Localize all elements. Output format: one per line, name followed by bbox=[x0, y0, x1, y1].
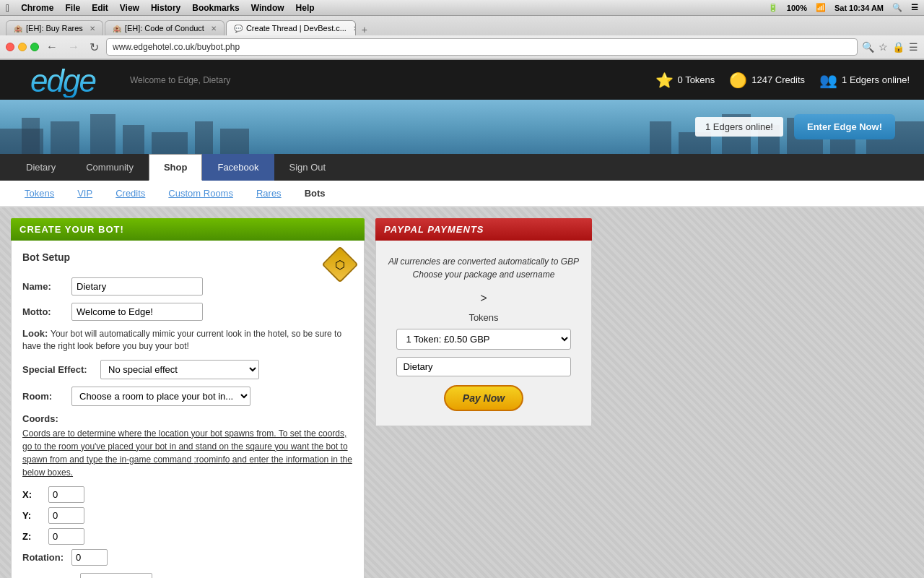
browser-tab-2[interactable]: 🏨 [EH]: Code of Conduct ✕ bbox=[105, 20, 225, 35]
svg-rect-5 bbox=[123, 125, 144, 154]
browser-chrome: 🏨 [EH]: Buy Rares ✕ 🏨 [EH]: Code of Cond… bbox=[0, 16, 924, 60]
subnav-bots[interactable]: Bots bbox=[295, 185, 336, 202]
tab-close-2[interactable]: ✕ bbox=[211, 25, 217, 33]
shield-icon[interactable]: 🔒 bbox=[892, 41, 905, 53]
browser-tab-1[interactable]: 🏨 [EH]: Buy Rares ✕ bbox=[6, 20, 103, 35]
rotation-input[interactable] bbox=[71, 549, 108, 566]
paypal-package-select[interactable]: 1 Token: £0.50 GBP bbox=[396, 329, 570, 350]
subnav-rares[interactable]: Rares bbox=[246, 185, 292, 202]
url-text: www.edgehotel.co.uk/buybot.php bbox=[113, 42, 851, 52]
maximize-button[interactable] bbox=[30, 43, 39, 51]
enter-now-button[interactable]: Enter Edge Now! bbox=[794, 114, 895, 139]
x-label: X: bbox=[22, 489, 44, 500]
online-stat: 👥 1 Edgers online! bbox=[819, 72, 910, 89]
z-input[interactable] bbox=[48, 528, 84, 545]
coords-desc: Coords are to determine where the locati… bbox=[22, 427, 353, 479]
name-row: Name: bbox=[22, 277, 353, 296]
tokens-stat: ⭐ 0 Tokens bbox=[655, 72, 715, 89]
tab-favicon-1: 🏨 bbox=[14, 25, 22, 33]
special-effect-select[interactable]: No special effect bbox=[100, 360, 259, 379]
hero-actions: 1 Edgers online! Enter Edge Now! bbox=[695, 114, 924, 139]
walk-mode-select[interactable]: Freeroam bbox=[80, 573, 152, 578]
site-header: edge Welcome to Edge, Dietary ⭐ 0 Tokens… bbox=[0, 60, 924, 100]
special-effect-row: Special Effect: No special effect bbox=[22, 360, 353, 379]
room-select[interactable]: Choose a room to place your bot in... bbox=[71, 387, 250, 406]
header-right: ⭐ 0 Tokens 🟡 1247 Credits 👥 1 Edgers onl… bbox=[655, 72, 910, 89]
subnav-custom-rooms[interactable]: Custom Rooms bbox=[158, 185, 243, 202]
tab-label-1: [EH]: Buy Rares bbox=[26, 24, 83, 33]
bot-panel-header: CREATE YOUR BOT! bbox=[11, 218, 365, 241]
star-icon[interactable]: ☆ bbox=[879, 41, 888, 53]
hero-banner: 1 Edgers online! Enter Edge Now! bbox=[0, 100, 924, 154]
menu-view[interactable]: View bbox=[120, 3, 139, 13]
menu-help[interactable]: Help bbox=[296, 3, 315, 13]
room-label: Room: bbox=[22, 391, 66, 402]
paypal-panel: PAYPAL PAYMENTS All currencies are conve… bbox=[375, 218, 592, 578]
paypal-desc-line1: All currencies are converted automatical… bbox=[387, 255, 580, 268]
look-section: Look: Your bot will automatically mimic … bbox=[22, 328, 353, 353]
tab-favicon-2: 🏨 bbox=[113, 25, 121, 33]
site-logo-container: edge bbox=[14, 56, 123, 105]
bot-setup-title: Bot Setup bbox=[22, 251, 327, 263]
traffic-lights bbox=[6, 43, 39, 51]
nav-facebook[interactable]: Facebook bbox=[202, 154, 274, 181]
back-button[interactable]: ← bbox=[43, 39, 61, 55]
walk-mode-row: Walk Mode: Freeroam bbox=[22, 573, 353, 578]
special-effect-label: Special Effect: bbox=[22, 364, 95, 375]
tokens-icon: ⭐ bbox=[655, 72, 674, 89]
forward-button[interactable]: → bbox=[65, 39, 82, 55]
paypal-username-input[interactable] bbox=[396, 357, 570, 376]
close-button[interactable] bbox=[6, 43, 14, 51]
browser-tab-3[interactable]: 💬 Create Thread | DevBest.c... ✕ bbox=[226, 20, 356, 35]
subnav-vip[interactable]: VIP bbox=[67, 185, 103, 202]
zoom-icon[interactable]: 🔍 bbox=[862, 41, 874, 53]
tokens-value: 0 Tokens bbox=[678, 74, 715, 85]
x-input[interactable] bbox=[48, 486, 84, 503]
sub-navigation: Tokens VIP Credits Custom Rooms Rares Bo… bbox=[0, 181, 924, 207]
menu-file[interactable]: File bbox=[65, 3, 80, 13]
look-label: Look: bbox=[22, 328, 48, 339]
new-tab-button[interactable]: + bbox=[357, 24, 372, 35]
rotation-row: Rotation: bbox=[22, 549, 353, 566]
minimize-button[interactable] bbox=[18, 43, 27, 51]
tab-close-1[interactable]: ✕ bbox=[90, 25, 95, 33]
paypal-body: All currencies are converted automatical… bbox=[375, 241, 592, 426]
pay-now-button[interactable]: Pay Now bbox=[444, 385, 523, 411]
menu-history[interactable]: History bbox=[151, 3, 180, 13]
tab-label-3: Create Thread | DevBest.c... bbox=[246, 24, 346, 33]
nav-shop[interactable]: Shop bbox=[149, 154, 203, 181]
menu-extra-icon[interactable]: ☰ bbox=[911, 3, 918, 12]
nav-signout[interactable]: Sign Out bbox=[274, 154, 341, 181]
main-navigation: Dietary Community Shop Facebook Sign Out bbox=[0, 154, 924, 181]
menu-window[interactable]: Window bbox=[251, 3, 284, 13]
svg-rect-6 bbox=[152, 132, 188, 154]
refresh-button[interactable]: ↻ bbox=[87, 39, 102, 56]
apple-icon[interactable]:  bbox=[6, 2, 9, 14]
paypal-desc: All currencies are converted automatical… bbox=[387, 255, 580, 281]
settings-icon[interactable]: ☰ bbox=[909, 41, 918, 53]
motto-input[interactable] bbox=[71, 303, 203, 321]
z-label: Z: bbox=[22, 531, 44, 542]
svg-rect-9 bbox=[650, 121, 671, 154]
menu-edit[interactable]: Edit bbox=[92, 3, 108, 13]
nav-dietary[interactable]: Dietary bbox=[11, 154, 71, 181]
menu-bookmarks[interactable]: Bookmarks bbox=[192, 3, 239, 13]
name-label: Name: bbox=[22, 281, 66, 292]
x-row: X: bbox=[22, 486, 353, 503]
paypal-desc-line2: Choose your package and username bbox=[387, 268, 580, 281]
url-bar[interactable]: www.edgehotel.co.uk/buybot.php bbox=[106, 38, 858, 56]
search-icon[interactable]: 🔍 bbox=[892, 3, 902, 12]
y-input[interactable] bbox=[48, 507, 84, 524]
menu-chrome[interactable]: Chrome bbox=[21, 3, 53, 13]
welcome-text: Welcome to Edge, Dietary bbox=[123, 75, 655, 85]
subnav-tokens[interactable]: Tokens bbox=[14, 185, 64, 202]
credits-stat: 🟡 1247 Credits bbox=[729, 72, 805, 89]
tab-close-3[interactable]: ✕ bbox=[353, 25, 356, 33]
paypal-category: Tokens bbox=[387, 312, 580, 323]
coords-command: :roominfo bbox=[193, 454, 230, 465]
svg-text:edge: edge bbox=[30, 63, 95, 98]
name-input[interactable] bbox=[71, 277, 203, 296]
subnav-credits[interactable]: Credits bbox=[105, 185, 155, 202]
site-logo: edge bbox=[29, 63, 108, 98]
nav-community[interactable]: Community bbox=[71, 154, 149, 181]
